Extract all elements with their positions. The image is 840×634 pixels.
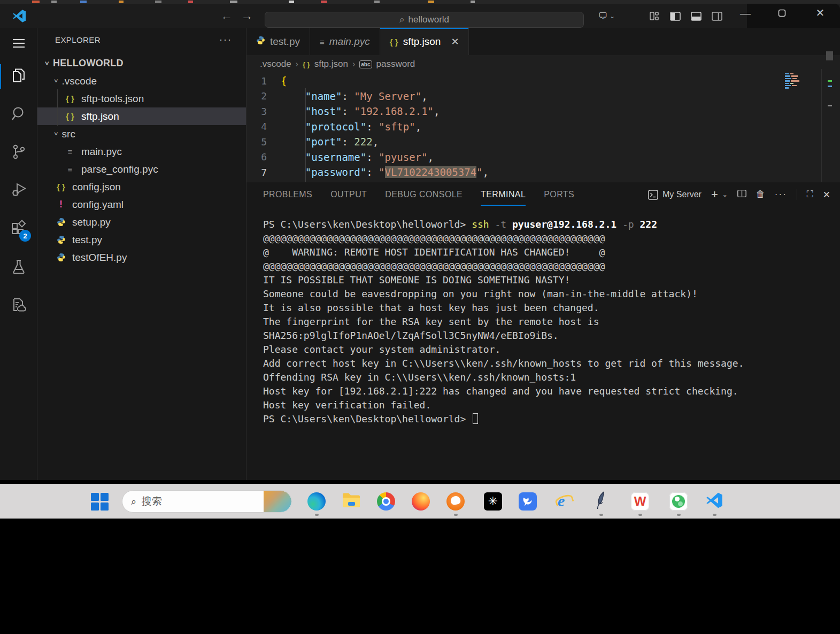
taskbar-app-vscode[interactable] <box>704 491 725 512</box>
close-window-icon[interactable]: ✕ <box>813 7 827 18</box>
tree-item-testofeh-py[interactable]: testOfEH.py <box>37 249 246 266</box>
terminal-cursor <box>473 413 478 424</box>
taskbar-app-xunlei[interactable] <box>518 491 538 512</box>
terminal-line: Offending RSA key in C:\\Users\\ken/.ssh… <box>263 370 830 384</box>
tree-item-parse-config-pyc[interactable]: ≡parse_config.pyc <box>37 160 246 178</box>
tab-label: main.pyc <box>329 36 370 48</box>
code-editor[interactable]: 1{2 "name": "My Server",3 "host": "192.1… <box>246 73 840 182</box>
taskbar-app-green-app[interactable] <box>668 491 689 512</box>
tab-sftp-json[interactable]: { }sftp.json✕ <box>380 28 469 55</box>
chrome-icon <box>377 492 395 511</box>
tree-item-test-py[interactable]: test.py <box>37 231 246 249</box>
toggle-panel-icon[interactable] <box>690 11 703 21</box>
close-tab-icon[interactable]: ✕ <box>451 36 459 48</box>
split-terminal-icon[interactable] <box>737 189 746 200</box>
chevron-down-icon: ˅ <box>54 78 58 84</box>
sidebar-more-icon[interactable]: ··· <box>219 34 232 45</box>
breadcrumb-separator: › <box>296 59 298 69</box>
copilot-icon[interactable]: 🗨⌄ <box>595 10 618 22</box>
taskbar-app-file-explorer[interactable] <box>341 491 361 512</box>
breadcrumb-item[interactable]: sftp.json <box>314 59 348 69</box>
line-number: 3 <box>246 106 281 117</box>
tree-item-src[interactable]: ˅src <box>37 125 246 143</box>
taskbar-app-chatgpt[interactable]: ✳ <box>483 491 503 512</box>
customize-layout-icon[interactable] <box>649 11 660 21</box>
breadcrumb-item[interactable]: .vscode <box>260 59 291 69</box>
activity-bar: 2 <box>0 28 37 480</box>
profile-dropdown-icon[interactable]: ⌄ <box>722 191 728 198</box>
toggle-primary-sidebar-icon[interactable] <box>669 11 682 21</box>
tree-item-setup-py[interactable]: setup.py <box>37 213 246 231</box>
tree-item-label: .vscode <box>62 75 97 87</box>
black-bottom-area <box>0 519 840 634</box>
kill-terminal-icon[interactable]: 🗑 <box>756 189 765 200</box>
panel-tab-problems[interactable]: PROBLEMS <box>263 190 312 199</box>
terminal-line: IT IS POSSIBLE THAT SOMEONE IS DOING SOM… <box>263 273 830 287</box>
tree-item-helloworld[interactable]: ˅HELLOWORLD <box>37 55 246 72</box>
editor-tabbar: test.py≡main.pyc{ }sftp.json✕ <box>246 28 840 55</box>
breadcrumb[interactable]: .vscode›{ }sftp.json›abcpassword <box>246 55 840 73</box>
editor-area: test.py≡main.pyc{ }sftp.json✕ .vscode›{ … <box>246 28 840 182</box>
terminal-profile[interactable]: My Server <box>648 190 702 200</box>
activity-item-run-debug[interactable] <box>0 174 37 207</box>
breadcrumb-item[interactable]: password <box>376 59 415 69</box>
tree-item-label: main.pyc <box>81 146 122 158</box>
tab-main-pyc[interactable]: ≡main.pyc <box>310 28 380 55</box>
activity-item-explorer[interactable] <box>0 60 37 93</box>
maximize-panel-icon[interactable]: ⛶ <box>807 189 813 200</box>
taskbar-app-feather-app[interactable] <box>591 491 611 512</box>
activity-item-source-control[interactable] <box>0 136 37 169</box>
command-center-search[interactable]: ⌕ helloworld <box>265 12 584 28</box>
line-number: 6 <box>246 151 281 163</box>
activity-item-testing[interactable] <box>0 251 37 284</box>
toggle-secondary-sidebar-icon[interactable] <box>711 11 723 21</box>
taskbar-app-internet-explorer[interactable]: e <box>554 491 574 512</box>
taskbar-app-chrome[interactable] <box>376 491 396 512</box>
terminal-profile-label: My Server <box>662 190 702 199</box>
scrollbar-thumb[interactable] <box>826 51 833 60</box>
taskbar-app-edge[interactable] <box>306 491 327 512</box>
activity-item-search[interactable] <box>0 98 37 132</box>
active-indicator <box>0 64 1 89</box>
activity-item-remote-explorer[interactable] <box>0 289 37 322</box>
panel-tab-terminal[interactable]: TERMINAL <box>481 190 526 199</box>
start-button[interactable] <box>90 492 109 511</box>
panel-tab-ports[interactable]: PORTS <box>544 190 574 199</box>
tree-item-main-pyc[interactable]: ≡main.pyc <box>37 143 246 160</box>
weather-widget[interactable] <box>264 491 291 512</box>
tree-item-config-json[interactable]: { }config.json <box>37 178 246 196</box>
tree-item-label: test.py <box>72 234 102 246</box>
tree-item-sftp-tools-json[interactable]: { }sftp-tools.json <box>37 90 246 107</box>
minimize-icon[interactable]: — <box>739 9 752 18</box>
taskbar-search[interactable]: ⌕ 搜索 <box>122 490 292 513</box>
tree-item-label: src <box>62 128 75 140</box>
nav-back-icon[interactable]: ← <box>219 10 234 22</box>
tree-item-label: config.yaml <box>72 199 124 211</box>
panel-tab-debug-console[interactable]: DEBUG CONSOLE <box>385 190 463 199</box>
taskbar-app-orange-browser[interactable] <box>445 491 466 512</box>
tab-test-py[interactable]: test.py <box>246 28 310 55</box>
feather-app-icon <box>596 491 606 512</box>
nav-forward-icon[interactable]: → <box>240 10 255 22</box>
activity-item-menu[interactable] <box>0 28 37 61</box>
maximize-icon[interactable] <box>775 7 788 18</box>
tree-item--vscode[interactable]: ˅.vscode <box>37 72 246 90</box>
extensions-badge: 2 <box>19 230 31 242</box>
code-line-6: 6 "username": "pyuser", <box>246 150 840 165</box>
taskbar-app-wps-office[interactable]: W <box>630 491 650 512</box>
new-terminal-icon[interactable]: + <box>711 188 718 202</box>
chevron-down-icon: ˅ <box>54 131 58 137</box>
python-file-icon <box>256 36 265 48</box>
tree-item-sftp-json[interactable]: { }sftp.json <box>37 107 246 125</box>
terminal-output[interactable]: PS C:\Users\ken\Desktop\helloworld> ssh … <box>263 218 830 426</box>
activity-item-extensions[interactable]: 2 <box>0 212 37 245</box>
tree-indent-guide <box>57 89 58 126</box>
terminal-line: The fingerprint for the RSA key sent by … <box>263 315 830 329</box>
taskbar-app-firefox[interactable] <box>411 491 431 512</box>
close-panel-icon[interactable]: ✕ <box>823 189 830 200</box>
tree-item-config-yaml[interactable]: !config.yaml <box>37 196 246 213</box>
panel-more-icon[interactable]: ··· <box>775 189 787 200</box>
tree-item-label: config.json <box>72 181 121 193</box>
minimap[interactable] <box>785 73 808 91</box>
panel-tab-output[interactable]: OUTPUT <box>330 190 367 199</box>
